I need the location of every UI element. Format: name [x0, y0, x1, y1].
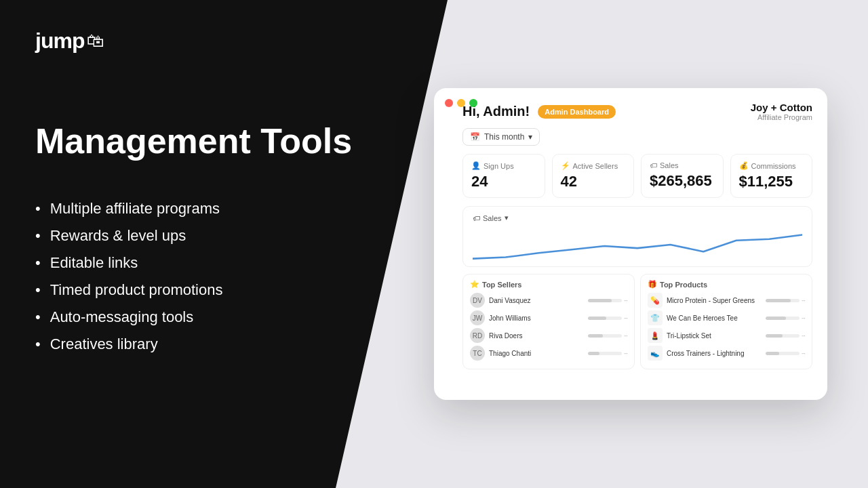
stats-row: 👤 Sign Ups 24 ⚡ Active Sellers 42 🏷 Sale…: [462, 154, 812, 198]
traffic-light-yellow: [457, 99, 465, 107]
commissions-icon: 💰: [739, 161, 749, 170]
feature-item: Multiple affiliate programs: [35, 200, 222, 218]
stat-card-commissions: 💰 Commissions $11,255: [730, 154, 813, 198]
product-icon: 👟: [648, 346, 663, 361]
top-products-section: 🎁 Top Products 💊 Micro Protein - Super G…: [640, 274, 812, 369]
seller-name: Riva Doers: [489, 332, 584, 340]
company-subtitle: Affiliate Program: [751, 113, 812, 121]
greeting-area: Hi, Admin! Admin Dashboard: [462, 104, 616, 119]
seller-row: TC Thiago Chanti ···: [470, 346, 627, 361]
dashboard-header: Hi, Admin! Admin Dashboard Joy + Cotton …: [434, 88, 827, 121]
avatar: JW: [470, 310, 485, 325]
top-sellers-section: ⭐ Top Sellers DV Dani Vasquez ··· JW Joh…: [462, 274, 635, 369]
bar-area: ···: [588, 332, 627, 340]
stat-label-sales: 🏷 Sales: [650, 161, 715, 169]
stat-label-signups: 👤 Sign Ups: [471, 161, 536, 170]
star-icon: ⭐: [470, 280, 479, 289]
avatar: TC: [470, 346, 485, 361]
page-headline: Management Tools: [35, 122, 352, 161]
stat-value-commissions: $11,255: [739, 173, 804, 190]
bar-area: ···: [766, 350, 805, 357]
product-icon: 💊: [648, 293, 663, 308]
logo-icon: 🛍: [87, 30, 104, 52]
sales-icon: 🏷: [650, 161, 657, 169]
bottom-row: ⭐ Top Sellers DV Dani Vasquez ··· JW Joh…: [462, 274, 812, 369]
seller-row: JW John Williams ···: [470, 310, 627, 325]
bar-dots: ···: [624, 314, 627, 322]
avatar: RD: [470, 328, 485, 343]
chart-icon: 🏷: [473, 214, 480, 222]
seller-name: Thiago Chanti: [489, 350, 584, 357]
seller-row: RD Riva Doers ···: [470, 328, 627, 343]
seller-row: DV Dani Vasquez ···: [470, 293, 627, 308]
feature-item: Auto-messaging tools: [35, 308, 222, 326]
bar-dots: ···: [802, 350, 805, 357]
gift-icon: 🎁: [648, 280, 657, 289]
bar-area: ···: [588, 350, 627, 357]
bar-dots: ···: [624, 297, 627, 304]
stat-card-active-sellers: ⚡ Active Sellers 42: [552, 154, 635, 198]
product-icon: 💄: [648, 328, 663, 343]
bar-area: ···: [588, 297, 627, 304]
bar-dots: ···: [624, 350, 627, 357]
chart-chevron-icon: ▾: [505, 214, 509, 222]
top-sellers-title: ⭐ Top Sellers: [470, 280, 627, 289]
stat-label-commissions: 💰 Commissions: [739, 161, 804, 170]
bar-area: ···: [766, 314, 805, 322]
product-name: Micro Protein - Super Greens: [667, 297, 762, 304]
bar-area: ···: [766, 297, 805, 304]
chevron-down-icon: ▾: [528, 132, 532, 142]
seller-name: John Williams: [489, 314, 584, 322]
stat-value-sales: $265,865: [650, 172, 715, 190]
date-filter-label: This month: [484, 132, 524, 142]
product-row: 💊 Micro Protein - Super Greens ···: [648, 293, 805, 308]
bar-dots: ···: [802, 314, 805, 322]
seller-name: Dani Vasquez: [489, 297, 584, 304]
active-sellers-icon: ⚡: [561, 161, 570, 170]
sales-chart: [473, 225, 802, 267]
dashboard-card: Hi, Admin! Admin Dashboard Joy + Cotton …: [434, 88, 827, 400]
bar-area: ···: [766, 332, 805, 340]
avatar: DV: [470, 293, 485, 308]
calendar-icon: 📅: [470, 132, 480, 142]
bar-area: ···: [588, 314, 627, 322]
product-row: 👕 We Can Be Heroes Tee ···: [648, 310, 805, 325]
top-products-title: 🎁 Top Products: [648, 280, 805, 289]
stat-value-signups: 24: [471, 173, 536, 190]
bar-dots: ···: [802, 332, 805, 340]
feature-item: Creatives library: [35, 336, 222, 353]
company-info: Joy + Cotton Affiliate Program: [751, 102, 812, 121]
feature-item: Timed product promotions: [35, 281, 222, 299]
chart-area: 🏷 Sales ▾: [462, 206, 812, 267]
date-filter[interactable]: 📅 This month ▾: [462, 128, 540, 146]
feature-item: Editable links: [35, 254, 222, 272]
bar-dots: ···: [624, 332, 627, 340]
traffic-lights: [445, 99, 477, 107]
signups-icon: 👤: [471, 161, 481, 170]
company-name: Joy + Cotton: [751, 102, 812, 113]
product-name: Cross Trainers - Lightning: [667, 350, 762, 357]
features-list: Multiple affiliate programs Rewards & le…: [35, 200, 222, 363]
feature-item: Rewards & level ups: [35, 227, 222, 245]
admin-badge: Admin Dashboard: [538, 105, 616, 119]
bar-dots: ···: [802, 297, 805, 304]
logo: jump 🛍: [35, 28, 104, 54]
stat-card-sales: 🏷 Sales $265,865: [641, 154, 724, 198]
stat-card-signups: 👤 Sign Ups 24: [462, 154, 545, 198]
product-icon: 👕: [648, 310, 663, 325]
traffic-light-red: [445, 99, 453, 107]
product-name: Tri-Lipstick Set: [667, 332, 762, 340]
stat-label-active-sellers: ⚡ Active Sellers: [561, 161, 626, 170]
product-row: 👟 Cross Trainers - Lightning ···: [648, 346, 805, 361]
chart-label: 🏷 Sales ▾: [473, 214, 802, 222]
traffic-light-green: [469, 99, 477, 107]
product-row: 💄 Tri-Lipstick Set ···: [648, 328, 805, 343]
stat-value-active-sellers: 42: [561, 173, 626, 190]
logo-text: jump: [35, 28, 84, 54]
product-name: We Can Be Heroes Tee: [667, 314, 762, 322]
